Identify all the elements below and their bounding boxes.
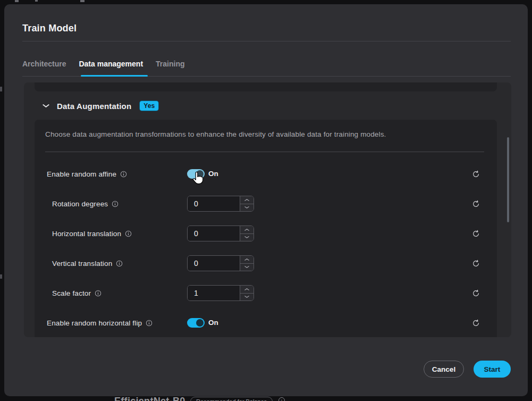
setting-row: Rotation degrees [35,196,497,212]
setting-label-text: Rotation degrees [52,200,108,208]
start-button[interactable]: Start [474,361,511,378]
stepper-down-button[interactable] [240,204,254,212]
stepper-up-button[interactable] [240,256,254,264]
background-fragment [80,0,85,2]
chevron-up-icon [244,198,249,202]
rotation-degrees-input-group [187,196,254,212]
horizontal-translation-input-group [187,225,254,241]
setting-row: Enable random affine On [35,166,497,182]
setting-row: Scale factor [35,285,497,301]
random-horizontal-flip-toggle[interactable] [187,318,205,328]
cancel-button[interactable]: Cancel [424,361,464,378]
toggle-knob [196,319,204,327]
train-model-dialog: Train Model Architecture Data management… [4,4,528,396]
reset-icon [472,289,480,297]
setting-label-text: Enable random horizontal flip [47,319,142,327]
setting-label-text: Horizontal translation [52,230,121,238]
setting-label-text: Vertical translation [52,260,112,268]
section-status-badge: Yes [139,101,159,111]
reset-icon [472,170,480,178]
chevron-down-icon [244,236,249,239]
setting-row: Horizontal translation [35,225,497,241]
tab-data-management[interactable]: Data management [79,57,143,76]
random-affine-toggle[interactable] [187,169,205,179]
reset-icon [472,230,480,238]
info-icon: i [278,397,285,401]
setting-label-text: Enable random affine [47,170,116,178]
number-stepper [240,256,254,271]
reset-button[interactable] [468,256,483,271]
data-augmentation-card: Choose data augmentation transformations… [35,120,497,337]
previous-section-card-edge [35,82,497,91]
stepper-down-button[interactable] [240,264,254,271]
background-model-badge: Recommended for Balance [190,397,273,401]
setting-label: Vertical translation [52,255,123,271]
setting-label: Rotation degrees [52,196,119,212]
tab-training[interactable]: Training [156,57,184,76]
vertical-translation-input[interactable] [188,256,240,271]
chevron-down-icon [244,206,249,209]
rotation-degrees-input[interactable] [188,196,240,211]
info-icon[interactable] [125,230,132,237]
vertical-translation-input-group [187,255,254,271]
dialog-tabs: Architecture Data management Training [22,57,185,76]
info-icon[interactable] [116,260,123,267]
section-description: Choose data augmentation transformations… [45,130,386,138]
reset-icon [472,200,480,208]
toggle-state-label: On [208,166,218,182]
reset-icon [472,260,480,268]
section-title: Data Augmentation [57,102,131,111]
info-icon[interactable] [112,200,119,207]
stepper-up-button[interactable] [240,196,254,204]
chevron-down-icon [244,295,249,298]
stepper-up-button[interactable] [240,286,254,294]
scrollbar-thumb[interactable] [507,137,509,222]
background-fragment [15,0,19,2]
scale-factor-input[interactable] [188,286,240,300]
setting-label: Enable random horizontal flip [47,315,153,331]
setting-label: Enable random affine [47,166,127,182]
reset-button[interactable] [468,315,483,330]
chevron-down-icon [43,104,49,108]
tab-architecture[interactable]: Architecture [22,57,66,76]
info-icon[interactable] [120,171,127,178]
background-model-name: EfficientNet-B0 [114,396,185,401]
info-icon[interactable] [95,290,102,297]
horizontal-translation-input[interactable] [188,226,240,241]
background-fragment [0,274,2,279]
setting-label: Scale factor [52,285,102,301]
reset-button[interactable] [468,286,483,300]
setting-label-text: Scale factor [52,289,91,297]
settings-scroll-area[interactable]: Data Augmentation Yes Choose data augmen… [24,82,511,337]
reset-button[interactable] [468,196,483,211]
scale-factor-input-group [187,285,254,301]
active-tab-underline [81,75,148,77]
toggle-state-label: On [208,315,218,331]
chevron-up-icon [244,258,249,261]
dialog-title: Train Model [22,23,77,34]
info-icon[interactable] [146,320,153,327]
reset-icon [472,319,480,327]
setting-row: Vertical translation [35,255,497,271]
setting-row: Enable random horizontal flip On [35,315,497,331]
chevron-up-icon [244,288,249,291]
number-stepper [240,196,254,211]
number-stepper [240,286,254,300]
background-fragment [0,87,2,91]
number-stepper [240,226,254,241]
reset-button[interactable] [468,166,483,181]
chevron-up-icon [244,228,249,231]
background-fragment [35,0,38,2]
divider [45,152,484,152]
divider [22,41,511,41]
chevron-down-icon [244,265,249,269]
data-augmentation-section-header[interactable]: Data Augmentation Yes [43,98,159,113]
stepper-down-button[interactable] [240,234,254,241]
reset-button[interactable] [468,226,483,241]
stepper-up-button[interactable] [240,226,254,234]
stepper-down-button[interactable] [240,294,254,301]
toggle-knob [196,170,204,178]
setting-label: Horizontal translation [52,225,132,241]
screen: EfficientNet-B0 Recommended for Balance … [0,0,532,401]
